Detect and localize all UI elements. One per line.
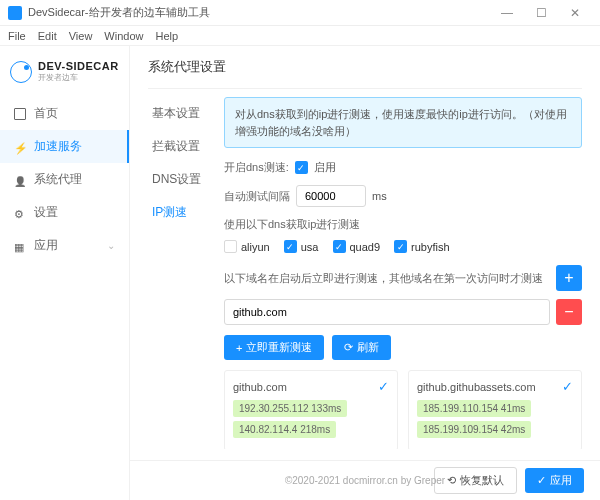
- menu-file[interactable]: File: [8, 30, 26, 42]
- remove-domain-button[interactable]: −: [556, 299, 582, 325]
- provider-label: usa: [301, 241, 319, 253]
- check-icon: ✓: [378, 379, 389, 394]
- app-icon: [8, 6, 22, 20]
- provider-label: rubyfish: [411, 241, 450, 253]
- sidebar-item-home[interactable]: 首页: [0, 97, 129, 130]
- menu-window[interactable]: Window: [104, 30, 143, 42]
- result-host: github.githubassets.com: [417, 381, 536, 393]
- titlebar: DevSidecar-给开发者的边车辅助工具 — ☐ ✕: [0, 0, 600, 26]
- button-label: 恢复默认: [460, 473, 504, 488]
- domain-input[interactable]: [224, 299, 550, 325]
- close-button[interactable]: ✕: [558, 6, 592, 20]
- user-icon: [14, 174, 26, 186]
- provider-label: aliyun: [241, 241, 270, 253]
- menu-edit[interactable]: Edit: [38, 30, 57, 42]
- tab-ipspeed[interactable]: IP测速: [148, 196, 220, 229]
- interval-row: 自动测试间隔 ms: [224, 185, 582, 207]
- reload-icon: ⟲: [447, 474, 456, 487]
- sidebar-item-apps[interactable]: 应用⌄: [0, 229, 129, 262]
- retest-button[interactable]: +立即重新测速: [224, 335, 324, 360]
- interval-label: 自动测试间隔: [224, 189, 290, 204]
- sidebar-item-proxy[interactable]: 系统代理: [0, 163, 129, 196]
- result-card: github.githubassets.com✓ 185.199.110.154…: [408, 370, 582, 449]
- apply-button[interactable]: ✓应用: [525, 468, 584, 493]
- brand-name: DEV-SIDECAR: [38, 60, 119, 72]
- bolt-icon: [14, 141, 26, 153]
- checkbox-icon: ✓: [333, 240, 346, 253]
- sidebar-item-label: 应用: [34, 237, 58, 254]
- tab-intercept[interactable]: 拦截设置: [148, 130, 220, 163]
- copyright: ©2020-2021 docmirror.cn by Greper: [285, 475, 445, 486]
- provider-label: quad9: [350, 241, 381, 253]
- action-buttons: +立即重新测速 ⟳刷新: [224, 335, 582, 360]
- sidebar-item-label: 系统代理: [34, 171, 82, 188]
- provider-rubyfish[interactable]: ✓rubyfish: [394, 240, 450, 253]
- content: 系统代理设置 基本设置 拦截设置 DNS设置 IP测速 对从dns获取到的ip进…: [130, 46, 600, 500]
- sidebar-item-accel[interactable]: 加速服务: [0, 130, 129, 163]
- checkbox-icon: ✓: [284, 240, 297, 253]
- main: DEV-SIDECAR 开发者边车 首页 加速服务 系统代理 设置 应用⌄ 系统…: [0, 46, 600, 500]
- result-card: github.com✓ 192.30.255.112 133ms 140.82.…: [224, 370, 398, 449]
- menu-view[interactable]: View: [69, 30, 93, 42]
- check-icon: ✓: [537, 474, 546, 487]
- grid-icon: [14, 240, 26, 252]
- window-title: DevSidecar-给开发者的边车辅助工具: [28, 5, 490, 20]
- ping-result: 185.199.110.154 41ms: [417, 400, 531, 417]
- button-label: 立即重新测速: [246, 340, 312, 355]
- reset-button[interactable]: ⟲恢复默认: [434, 467, 517, 494]
- interval-input[interactable]: [296, 185, 366, 207]
- dns-test-label: 开启dns测速:: [224, 160, 289, 175]
- provider-quad9[interactable]: ✓quad9: [333, 240, 381, 253]
- providers: aliyun ✓usa ✓quad9 ✓rubyfish: [224, 240, 582, 253]
- provider-aliyun[interactable]: aliyun: [224, 240, 270, 253]
- info-alert: 对从dns获取到的ip进行测速，使用速度最快的ip进行访问。（对使用增强功能的域…: [224, 97, 582, 148]
- tabs: 基本设置 拦截设置 DNS设置 IP测速: [148, 89, 220, 449]
- gear-icon: [14, 207, 26, 219]
- result-cards: github.com✓ 192.30.255.112 133ms 140.82.…: [224, 370, 582, 449]
- sidebar-item-label: 设置: [34, 204, 58, 221]
- domain-input-row: −: [224, 299, 582, 325]
- domains-label-row: 以下域名在启动后立即进行测速，其他域名在第一次访问时才测速 +: [224, 265, 582, 291]
- panel: 对从dns获取到的ip进行测速，使用速度最快的ip进行访问。（对使用增强功能的域…: [220, 89, 582, 449]
- chevron-down-icon: ⌄: [107, 240, 115, 251]
- result-host: github.com: [233, 381, 287, 393]
- refresh-icon: ⟳: [344, 341, 353, 354]
- footer: ©2020-2021 docmirror.cn by Greper ⟲恢复默认 …: [130, 460, 600, 500]
- provider-usa[interactable]: ✓usa: [284, 240, 319, 253]
- tab-basic[interactable]: 基本设置: [148, 97, 220, 130]
- brand-sub: 开发者边车: [38, 72, 119, 83]
- ping-result: 185.199.109.154 42ms: [417, 421, 531, 438]
- check-icon: ✓: [562, 379, 573, 394]
- menubar: File Edit View Window Help: [0, 26, 600, 46]
- dns-test-checkbox[interactable]: ✓: [295, 161, 308, 174]
- dns-test-enabled-label: 启用: [314, 160, 336, 175]
- ping-result: 192.30.255.112 133ms: [233, 400, 347, 417]
- checkbox-icon: [224, 240, 237, 253]
- home-icon: [14, 108, 26, 120]
- button-label: 刷新: [357, 340, 379, 355]
- button-label: 应用: [550, 473, 572, 488]
- checkbox-icon: ✓: [394, 240, 407, 253]
- domains-label: 以下域名在启动后立即进行测速，其他域名在第一次访问时才测速: [224, 271, 550, 286]
- page-title: 系统代理设置: [148, 58, 582, 76]
- tab-dns[interactable]: DNS设置: [148, 163, 220, 196]
- interval-unit: ms: [372, 190, 387, 202]
- sidebar-item-settings[interactable]: 设置: [0, 196, 129, 229]
- refresh-button[interactable]: ⟳刷新: [332, 335, 391, 360]
- add-domain-button[interactable]: +: [556, 265, 582, 291]
- logo-icon: [10, 61, 32, 83]
- sidebar-item-label: 加速服务: [34, 138, 82, 155]
- providers-label: 使用以下dns获取ip进行测速: [224, 217, 582, 232]
- sidebar: DEV-SIDECAR 开发者边车 首页 加速服务 系统代理 设置 应用⌄: [0, 46, 130, 500]
- sidebar-item-label: 首页: [34, 105, 58, 122]
- ping-result: 140.82.114.4 218ms: [233, 421, 336, 438]
- plus-icon: +: [236, 342, 242, 354]
- logo: DEV-SIDECAR 开发者边车: [0, 56, 129, 97]
- dns-test-row: 开启dns测速: ✓ 启用: [224, 160, 582, 175]
- maximize-button[interactable]: ☐: [524, 6, 558, 20]
- minimize-button[interactable]: —: [490, 6, 524, 20]
- menu-help[interactable]: Help: [155, 30, 178, 42]
